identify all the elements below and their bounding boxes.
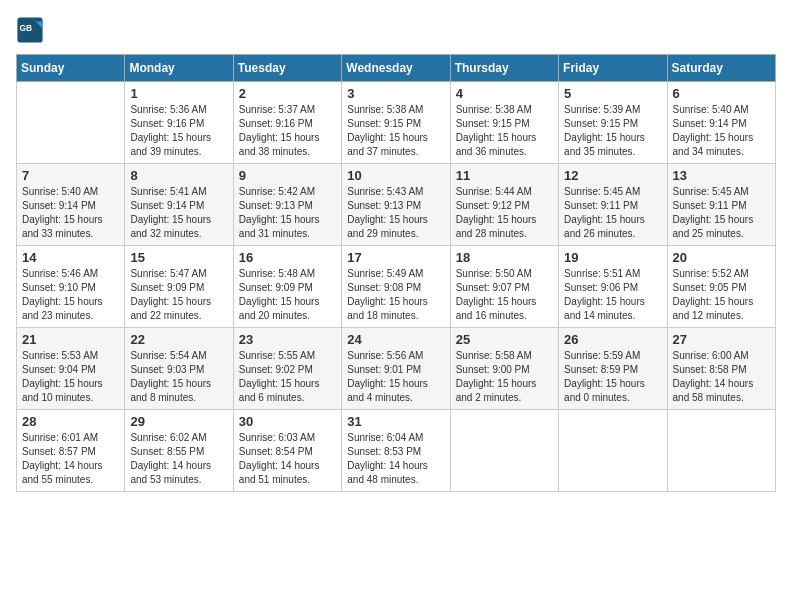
day-cell: 27Sunrise: 6:00 AM Sunset: 8:58 PM Dayli… (667, 328, 775, 410)
day-cell: 29Sunrise: 6:02 AM Sunset: 8:55 PM Dayli… (125, 410, 233, 492)
svg-text:GB: GB (20, 23, 33, 33)
day-cell (667, 410, 775, 492)
calendar-body: 1Sunrise: 5:36 AM Sunset: 9:16 PM Daylig… (17, 82, 776, 492)
calendar-header: SundayMondayTuesdayWednesdayThursdayFrid… (17, 55, 776, 82)
day-number: 6 (673, 86, 770, 101)
day-cell (17, 82, 125, 164)
day-cell: 26Sunrise: 5:59 AM Sunset: 8:59 PM Dayli… (559, 328, 667, 410)
logo-icon: GB (16, 16, 44, 44)
week-row: 7Sunrise: 5:40 AM Sunset: 9:14 PM Daylig… (17, 164, 776, 246)
week-row: 28Sunrise: 6:01 AM Sunset: 8:57 PM Dayli… (17, 410, 776, 492)
logo: GB (16, 16, 48, 44)
day-number: 15 (130, 250, 227, 265)
day-info: Sunrise: 5:47 AM Sunset: 9:09 PM Dayligh… (130, 267, 227, 323)
day-cell: 13Sunrise: 5:45 AM Sunset: 9:11 PM Dayli… (667, 164, 775, 246)
day-info: Sunrise: 5:53 AM Sunset: 9:04 PM Dayligh… (22, 349, 119, 405)
day-cell: 28Sunrise: 6:01 AM Sunset: 8:57 PM Dayli… (17, 410, 125, 492)
day-number: 18 (456, 250, 553, 265)
day-number: 5 (564, 86, 661, 101)
day-cell: 16Sunrise: 5:48 AM Sunset: 9:09 PM Dayli… (233, 246, 341, 328)
day-info: Sunrise: 5:41 AM Sunset: 9:14 PM Dayligh… (130, 185, 227, 241)
day-cell: 19Sunrise: 5:51 AM Sunset: 9:06 PM Dayli… (559, 246, 667, 328)
header-thursday: Thursday (450, 55, 558, 82)
day-cell: 3Sunrise: 5:38 AM Sunset: 9:15 PM Daylig… (342, 82, 450, 164)
day-cell: 23Sunrise: 5:55 AM Sunset: 9:02 PM Dayli… (233, 328, 341, 410)
day-cell: 30Sunrise: 6:03 AM Sunset: 8:54 PM Dayli… (233, 410, 341, 492)
day-number: 19 (564, 250, 661, 265)
header-wednesday: Wednesday (342, 55, 450, 82)
day-number: 27 (673, 332, 770, 347)
day-info: Sunrise: 6:04 AM Sunset: 8:53 PM Dayligh… (347, 431, 444, 487)
day-number: 11 (456, 168, 553, 183)
day-cell: 9Sunrise: 5:42 AM Sunset: 9:13 PM Daylig… (233, 164, 341, 246)
day-info: Sunrise: 5:48 AM Sunset: 9:09 PM Dayligh… (239, 267, 336, 323)
day-info: Sunrise: 5:54 AM Sunset: 9:03 PM Dayligh… (130, 349, 227, 405)
day-info: Sunrise: 5:38 AM Sunset: 9:15 PM Dayligh… (456, 103, 553, 159)
day-cell: 8Sunrise: 5:41 AM Sunset: 9:14 PM Daylig… (125, 164, 233, 246)
day-cell: 5Sunrise: 5:39 AM Sunset: 9:15 PM Daylig… (559, 82, 667, 164)
header-monday: Monday (125, 55, 233, 82)
day-cell: 2Sunrise: 5:37 AM Sunset: 9:16 PM Daylig… (233, 82, 341, 164)
day-number: 26 (564, 332, 661, 347)
day-number: 21 (22, 332, 119, 347)
header-sunday: Sunday (17, 55, 125, 82)
day-info: Sunrise: 5:44 AM Sunset: 9:12 PM Dayligh… (456, 185, 553, 241)
day-info: Sunrise: 5:58 AM Sunset: 9:00 PM Dayligh… (456, 349, 553, 405)
day-cell: 7Sunrise: 5:40 AM Sunset: 9:14 PM Daylig… (17, 164, 125, 246)
day-info: Sunrise: 6:01 AM Sunset: 8:57 PM Dayligh… (22, 431, 119, 487)
day-info: Sunrise: 5:37 AM Sunset: 9:16 PM Dayligh… (239, 103, 336, 159)
day-number: 24 (347, 332, 444, 347)
calendar-table: SundayMondayTuesdayWednesdayThursdayFrid… (16, 54, 776, 492)
week-row: 21Sunrise: 5:53 AM Sunset: 9:04 PM Dayli… (17, 328, 776, 410)
day-info: Sunrise: 5:45 AM Sunset: 9:11 PM Dayligh… (673, 185, 770, 241)
day-cell: 18Sunrise: 5:50 AM Sunset: 9:07 PM Dayli… (450, 246, 558, 328)
day-number: 28 (22, 414, 119, 429)
day-number: 3 (347, 86, 444, 101)
page-header: GB (16, 16, 776, 44)
day-info: Sunrise: 5:51 AM Sunset: 9:06 PM Dayligh… (564, 267, 661, 323)
day-cell (450, 410, 558, 492)
day-cell: 15Sunrise: 5:47 AM Sunset: 9:09 PM Dayli… (125, 246, 233, 328)
week-row: 14Sunrise: 5:46 AM Sunset: 9:10 PM Dayli… (17, 246, 776, 328)
day-info: Sunrise: 5:43 AM Sunset: 9:13 PM Dayligh… (347, 185, 444, 241)
day-info: Sunrise: 5:45 AM Sunset: 9:11 PM Dayligh… (564, 185, 661, 241)
day-cell: 22Sunrise: 5:54 AM Sunset: 9:03 PM Dayli… (125, 328, 233, 410)
day-cell: 20Sunrise: 5:52 AM Sunset: 9:05 PM Dayli… (667, 246, 775, 328)
header-tuesday: Tuesday (233, 55, 341, 82)
day-number: 23 (239, 332, 336, 347)
day-info: Sunrise: 5:40 AM Sunset: 9:14 PM Dayligh… (22, 185, 119, 241)
day-cell: 1Sunrise: 5:36 AM Sunset: 9:16 PM Daylig… (125, 82, 233, 164)
day-cell: 31Sunrise: 6:04 AM Sunset: 8:53 PM Dayli… (342, 410, 450, 492)
day-number: 17 (347, 250, 444, 265)
day-number: 20 (673, 250, 770, 265)
day-info: Sunrise: 5:39 AM Sunset: 9:15 PM Dayligh… (564, 103, 661, 159)
day-cell: 12Sunrise: 5:45 AM Sunset: 9:11 PM Dayli… (559, 164, 667, 246)
day-cell: 24Sunrise: 5:56 AM Sunset: 9:01 PM Dayli… (342, 328, 450, 410)
day-info: Sunrise: 5:50 AM Sunset: 9:07 PM Dayligh… (456, 267, 553, 323)
day-info: Sunrise: 6:02 AM Sunset: 8:55 PM Dayligh… (130, 431, 227, 487)
day-number: 7 (22, 168, 119, 183)
header-row: SundayMondayTuesdayWednesdayThursdayFrid… (17, 55, 776, 82)
week-row: 1Sunrise: 5:36 AM Sunset: 9:16 PM Daylig… (17, 82, 776, 164)
day-number: 8 (130, 168, 227, 183)
day-cell: 17Sunrise: 5:49 AM Sunset: 9:08 PM Dayli… (342, 246, 450, 328)
day-info: Sunrise: 5:49 AM Sunset: 9:08 PM Dayligh… (347, 267, 444, 323)
day-cell (559, 410, 667, 492)
day-info: Sunrise: 5:56 AM Sunset: 9:01 PM Dayligh… (347, 349, 444, 405)
day-info: Sunrise: 5:38 AM Sunset: 9:15 PM Dayligh… (347, 103, 444, 159)
header-friday: Friday (559, 55, 667, 82)
day-cell: 4Sunrise: 5:38 AM Sunset: 9:15 PM Daylig… (450, 82, 558, 164)
day-number: 16 (239, 250, 336, 265)
day-number: 31 (347, 414, 444, 429)
day-number: 14 (22, 250, 119, 265)
day-number: 13 (673, 168, 770, 183)
day-cell: 25Sunrise: 5:58 AM Sunset: 9:00 PM Dayli… (450, 328, 558, 410)
day-cell: 21Sunrise: 5:53 AM Sunset: 9:04 PM Dayli… (17, 328, 125, 410)
day-cell: 6Sunrise: 5:40 AM Sunset: 9:14 PM Daylig… (667, 82, 775, 164)
day-number: 25 (456, 332, 553, 347)
day-number: 4 (456, 86, 553, 101)
header-saturday: Saturday (667, 55, 775, 82)
day-number: 22 (130, 332, 227, 347)
day-info: Sunrise: 5:40 AM Sunset: 9:14 PM Dayligh… (673, 103, 770, 159)
day-number: 9 (239, 168, 336, 183)
